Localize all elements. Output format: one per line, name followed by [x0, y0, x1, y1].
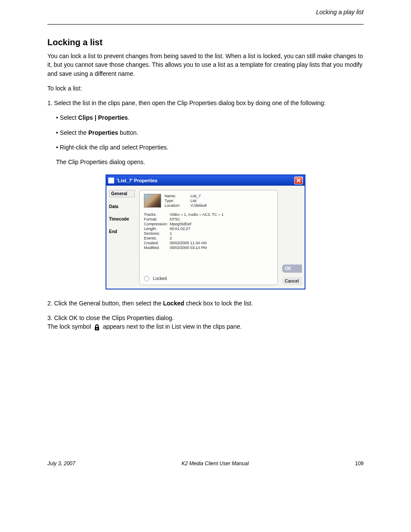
value-name: List_7 — [190, 194, 273, 198]
nav-data[interactable]: Data — [109, 203, 135, 210]
nav-general[interactable]: General — [109, 190, 135, 197]
text-fragment: . — [128, 114, 130, 121]
value-compression: MpegStdDef — [170, 222, 273, 226]
footer-doc: K2 Media Client User Manual — [181, 460, 249, 467]
locked-checkbox[interactable] — [144, 276, 149, 281]
label-location: Location: — [165, 203, 190, 208]
label-compression: Compression: — [144, 222, 170, 226]
step-1-bullet-2: • Select the Properties button. — [56, 128, 364, 137]
text-fragment: button. — [118, 129, 138, 136]
value-format: NTSC — [170, 217, 273, 221]
nav-end[interactable]: End — [109, 228, 135, 235]
value-location: V:/default — [190, 203, 273, 208]
dialog-nav: General Data Timecode End — [109, 190, 135, 285]
step-1-bullet-1: • Select Clips | Properties. — [56, 113, 364, 122]
value-created: 05/02/2005 11:34 AM — [170, 241, 273, 245]
page-header-right: Locking a play list — [47, 9, 364, 16]
label-tracks: Tracks: — [144, 212, 170, 217]
locked-label: Locked — [153, 276, 167, 281]
dialog-titlebar[interactable]: 'List_7' Properties — [106, 175, 305, 186]
svg-rect-1 — [97, 328, 97, 330]
value-sections: 1 — [170, 231, 273, 236]
dialog-title: 'List_7' Properties — [117, 178, 294, 183]
cancel-button[interactable]: Cancel — [282, 277, 302, 285]
value-length: 00:01:02;27 — [170, 227, 273, 231]
locked-row: Locked — [144, 276, 273, 281]
step-1-intro: 1. Select the list in the clips pane, th… — [47, 99, 364, 107]
clip-thumbnail — [144, 194, 161, 208]
lock-icon — [93, 324, 100, 331]
nav-timecode[interactable]: Timecode — [109, 216, 135, 222]
section-title: Locking a list — [47, 37, 364, 47]
label-type: Type: — [165, 199, 190, 203]
value-tracks: Video = 1, Audio = AC3, TC = 1 — [170, 212, 273, 217]
properties-dialog: 'List_7' Properties General Data Timecod… — [106, 174, 305, 289]
page-footer: July 3, 2007 K2 Media Client User Manual… — [47, 460, 364, 467]
step-3: 3. Click OK to close the Clips Propertie… — [47, 314, 364, 331]
label-sections: Sections: — [144, 231, 170, 236]
to-lock-line: To lock a list: — [47, 84, 364, 93]
label-modified: Modified: — [144, 246, 170, 250]
label-length: Length: — [144, 227, 170, 231]
text-fragment: appears next to the list in List view in… — [103, 323, 242, 330]
value-modified: 05/02/2005 03:14 PM — [170, 246, 273, 250]
intro-paragraph: You can lock a list to prevent changes f… — [47, 52, 364, 78]
value-events: 2 — [170, 236, 273, 240]
window-icon — [108, 177, 114, 184]
text-fragment: The lock symbol — [47, 323, 93, 330]
header-rule — [47, 24, 364, 25]
value-type: List — [190, 199, 273, 203]
step-1-result: The Clip Properties dialog opens. — [56, 158, 364, 166]
label-events: Events: — [144, 236, 170, 240]
locked-word: Locked — [163, 300, 184, 307]
footer-page: 109 — [355, 460, 364, 467]
close-icon[interactable] — [294, 177, 303, 184]
text-fragment: check box to lock the list. — [184, 300, 253, 307]
text-fragment: 3. Click OK to close the Clips Propertie… — [47, 314, 174, 321]
step-2: 2. Click the General button, then select… — [47, 299, 364, 308]
label-format: Format: — [144, 217, 170, 221]
footer-date: July 3, 2007 — [47, 460, 75, 467]
menu-path: Clips | Properties — [78, 114, 128, 121]
ok-button[interactable]: OK — [282, 264, 302, 273]
dialog-buttons: OK Cancel — [282, 190, 302, 285]
text-fragment: 2. Click the General button, then select… — [47, 300, 163, 307]
text-fragment: • Select — [56, 114, 78, 121]
label-name: Name: — [165, 194, 190, 198]
properties-word: Properties — [88, 129, 118, 136]
text-fragment: • Select the — [56, 129, 88, 136]
step-1-bullet-3: • Right-click the clip and select Proper… — [56, 143, 364, 152]
label-created: Created: — [144, 241, 170, 245]
general-pane: Name:List_7 Type:List Location:V:/defaul… — [139, 190, 278, 285]
